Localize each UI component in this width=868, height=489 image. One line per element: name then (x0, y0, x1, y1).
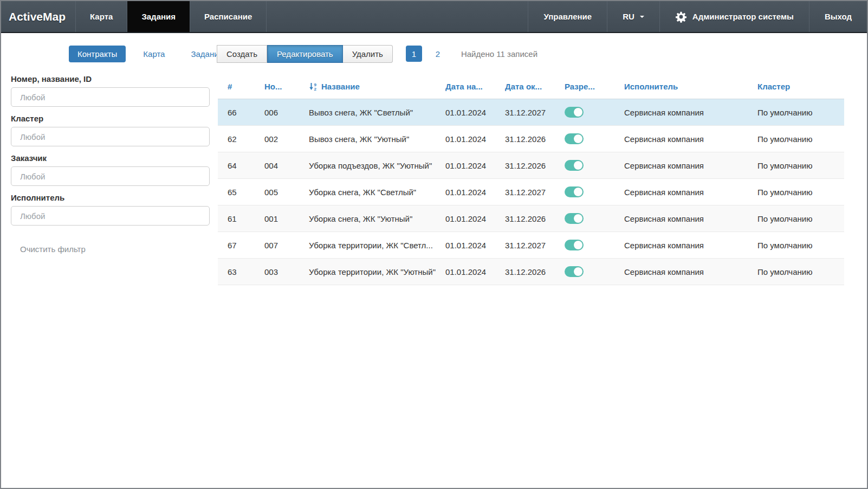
main-content: Номер, название, ID Кластер Заказчик (1, 74, 867, 285)
cell-number: 007 (255, 232, 299, 258)
cell-enabled (555, 259, 614, 285)
navbar-right: Управление RU Администратор системы Выхо… (528, 1, 867, 32)
cell-number: 001 (255, 205, 299, 231)
filter-input[interactable] (11, 166, 210, 186)
main-nav-tab-label: Карта (90, 12, 113, 21)
enabled-toggle[interactable] (565, 107, 584, 118)
table-row[interactable]: 61 001 Уборка снега, ЖК "Уютный" 01.01.2… (218, 205, 844, 232)
page-button[interactable]: 2 (430, 46, 446, 62)
cell-date-end: 31.12.2027 (495, 179, 555, 205)
page-button[interactable]: 1 (406, 46, 422, 62)
enabled-toggle[interactable] (565, 266, 584, 277)
filter-field: Кластер (11, 114, 210, 146)
user-menu[interactable]: Администратор системы (659, 1, 809, 32)
toggle-knob (574, 161, 582, 170)
table-row[interactable]: 62 002 Вывоз снега, ЖК "Уютный" 01.01.20… (218, 126, 844, 152)
table-row[interactable]: 65 005 Уборка снега, ЖК "Светлый" 01.01.… (218, 179, 844, 205)
column-header-enabled[interactable]: Разре... (555, 74, 614, 99)
table-header-row: # Но... 9 2 Название Дата на... Дата ок.… (218, 74, 844, 99)
filter-input[interactable] (11, 87, 210, 107)
enabled-toggle[interactable] (565, 186, 584, 197)
cell-date-end: 31.12.2026 (495, 259, 555, 285)
cell-cluster: По умолчанию (748, 179, 844, 205)
management-menu[interactable]: Управление (528, 1, 607, 32)
column-header-date-end[interactable]: Дата ок... (495, 74, 555, 99)
table-row[interactable]: 64 004 Уборка подъездов, ЖК "Уютный" 01.… (218, 152, 844, 179)
cell-executor: Сервисная компания (614, 259, 748, 285)
cell-number: 006 (255, 99, 299, 125)
cell-date-end: 31.12.2027 (495, 232, 555, 258)
cell-cluster: По умолчанию (748, 152, 844, 178)
main-nav-tab[interactable]: Расписание (190, 1, 267, 32)
language-selector[interactable]: RU (607, 1, 659, 32)
column-header-cluster[interactable]: Кластер (748, 74, 844, 99)
app-window: ActiveMap Карта Задания Расписание Управ… (0, 0, 868, 489)
management-label: Управление (543, 12, 592, 21)
main-nav-tab-label: Задания (141, 12, 176, 21)
enabled-toggle[interactable] (565, 240, 584, 250)
enabled-toggle[interactable] (565, 133, 584, 144)
cell-executor: Сервисная компания (614, 126, 748, 152)
logout-button[interactable]: Выход (809, 1, 867, 32)
filter-label: Заказчик (11, 153, 210, 163)
enabled-toggle[interactable] (565, 213, 584, 224)
cell-date-end: 31.12.2026 (495, 205, 555, 231)
action-button[interactable]: Редактировать (267, 45, 343, 63)
toggle-knob (574, 267, 582, 276)
main-nav-tab[interactable]: Задания (127, 1, 190, 32)
gear-icon (675, 11, 687, 23)
chevron-down-icon (640, 16, 644, 20)
toggle-knob (574, 188, 582, 196)
clear-filter-link[interactable]: Очистить фильтр (20, 244, 86, 254)
cell-executor: Сервисная компания (614, 205, 748, 231)
column-header-index[interactable]: # (218, 74, 255, 99)
cell-cluster: По умолчанию (748, 99, 844, 125)
filter-field: Исполнитель (11, 193, 210, 226)
column-header-date-start[interactable]: Дата на... (436, 74, 495, 99)
cell-executor: Сервисная компания (614, 179, 748, 205)
filter-label: Номер, название, ID (11, 74, 210, 83)
cell-name: Уборка территории, ЖК "Светл... (299, 232, 436, 258)
cell-index: 66 (218, 99, 255, 125)
cell-index: 63 (218, 259, 255, 285)
cell-name: Уборка территории, ЖК "Уютный" (299, 259, 436, 285)
main-nav-tab-label: Расписание (204, 12, 252, 21)
cell-enabled (555, 179, 614, 205)
cell-index: 62 (218, 126, 255, 152)
cell-enabled (555, 126, 614, 152)
section-nav: Контракты Карта Задания (69, 46, 217, 62)
cell-date-start: 01.01.2024 (436, 99, 495, 125)
cell-date-start: 01.01.2024 (436, 232, 495, 258)
cell-executor: Сервисная компания (614, 152, 748, 178)
filter-input[interactable] (11, 206, 210, 226)
toggle-knob (574, 134, 582, 143)
table-row[interactable]: 66 006 Вывоз снега, ЖК "Светлый" 01.01.2… (218, 99, 844, 126)
table-row[interactable]: 63 003 Уборка территории, ЖК "Уютный" 01… (218, 259, 844, 285)
filter-fields: Номер, название, ID Кластер Заказчик (11, 74, 210, 226)
column-header-name[interactable]: 9 2 Название (299, 74, 436, 99)
cell-name: Уборка подъездов, ЖК "Уютный" (299, 152, 436, 178)
toggle-knob (574, 108, 582, 117)
contracts-table: # Но... 9 2 Название Дата на... Дата ок.… (218, 74, 844, 285)
cell-executor: Сервисная компания (614, 99, 748, 125)
column-header-executor[interactable]: Исполнитель (614, 74, 748, 99)
toolbar: Контракты Карта Задания Создать Редактир… (1, 33, 867, 74)
enabled-toggle[interactable] (565, 160, 584, 171)
section-nav-tab[interactable]: Контракты (69, 46, 126, 62)
logout-label: Выход (825, 12, 852, 21)
filter-input[interactable] (11, 127, 210, 146)
cell-enabled (555, 232, 614, 258)
column-header-number[interactable]: Но... (255, 74, 299, 99)
filter-label: Кластер (11, 114, 210, 123)
filter-sidebar: Номер, название, ID Кластер Заказчик (1, 74, 218, 254)
filter-field: Номер, название, ID (11, 74, 210, 107)
cell-number: 004 (255, 152, 299, 178)
section-nav-tab[interactable]: Карта (134, 46, 173, 62)
action-button[interactable]: Удалить (343, 45, 393, 63)
action-button[interactable]: Создать (217, 45, 267, 63)
cell-cluster: По умолчанию (748, 232, 844, 258)
main-nav-tab[interactable]: Карта (75, 1, 127, 32)
table-row[interactable]: 67 007 Уборка территории, ЖК "Светл... 0… (218, 232, 844, 259)
pagination: 1 2 (406, 46, 446, 62)
svg-text:2: 2 (314, 87, 317, 91)
